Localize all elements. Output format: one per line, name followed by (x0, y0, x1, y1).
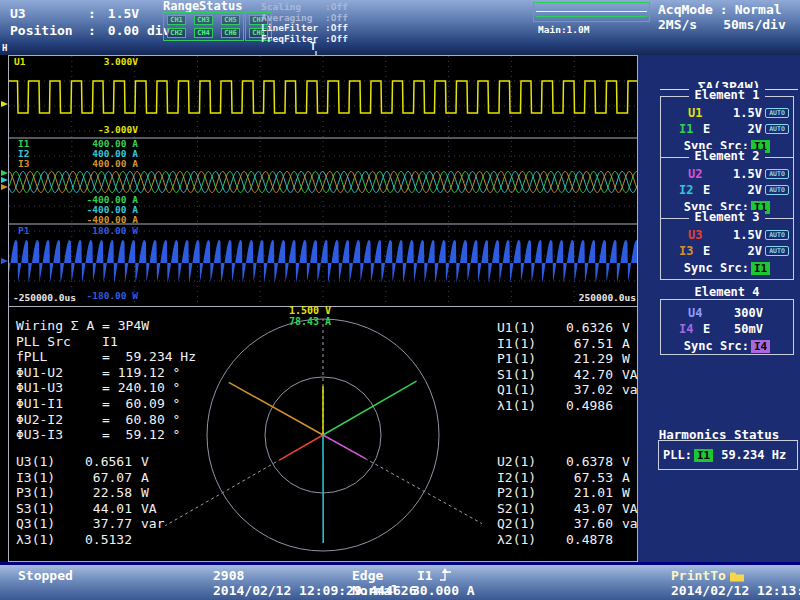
measurement-name: U3(1) (16, 454, 68, 470)
wiring-line: ΦU1-U3 = 240.10 ° (16, 380, 196, 396)
position-label: Position (10, 23, 88, 38)
scale-top-u1: 3.000V (58, 57, 138, 67)
analyzer-screen: U3:1.5V Position:0.00 div RangeStatus CH… (0, 0, 800, 600)
measurement-row: I3(1)67.07A (16, 470, 164, 486)
wiring-line: Wiring Σ A = 3P4W (16, 318, 196, 334)
channel-badge-ch5[interactable]: CH5 (221, 15, 240, 25)
trigger-slope-icon (439, 568, 453, 582)
trigger-type: Edge (352, 569, 383, 583)
range-status-main-group: CH1CH3CH5CH2CH4CH6 (163, 12, 244, 41)
measurement-name: Q1(1) (497, 382, 549, 398)
filter-value: Off (331, 2, 348, 13)
measurement-value: 37.02 (549, 382, 613, 398)
scale-top-i3: 400.00 A (58, 159, 138, 169)
measurement-value: 0.5132 (68, 532, 132, 548)
measurement-unit: VA (141, 501, 157, 517)
element-u-row: U31.5VAUTO (665, 227, 789, 243)
right-panel: ΣA(3P4W) Element 1U11.5VAUTOI1E2VAUTOSyn… (638, 55, 800, 562)
folder-icon[interactable] (729, 570, 745, 582)
measurement-row: λ1(1)0.4986 (497, 398, 645, 414)
element-i-row: I4E50mV (665, 321, 789, 337)
acq-mode-label: AcqMode (658, 2, 713, 17)
i-channel-label: I4 (679, 322, 703, 336)
auto-badge: AUTO (765, 185, 789, 195)
measurement-row: P3(1)22.58W (16, 485, 164, 501)
measurement-unit: V (622, 454, 630, 470)
measurement-name: λ3(1) (16, 532, 68, 548)
sample-rate-readout: 2MS/s50ms/div (658, 17, 786, 32)
i-coupling-label: E (703, 183, 719, 197)
element-box-title-text: Element 3 (689, 210, 764, 224)
element-box-title: Element 1 (661, 89, 793, 102)
measurement-value: 0.6378 (549, 454, 613, 470)
channel-position-marker-i2 (1, 177, 8, 183)
channel-badge-ch2[interactable]: CH2 (167, 28, 186, 38)
measurement-row: U3(1)0.6561V (16, 454, 164, 470)
measurement-row: S3(1)44.01VA (16, 501, 164, 517)
channel-badge-ch3[interactable]: CH3 (194, 15, 213, 25)
range-status-title: RangeStatus (163, 0, 242, 12)
measurement-name: S1(1) (497, 367, 549, 383)
channel-badge-ch6[interactable]: CH6 (221, 28, 240, 38)
measurement-name: P1(1) (497, 351, 549, 367)
sync-src-label: Sync Src: (684, 261, 749, 275)
measurement-row: λ2(1)0.4878 (497, 532, 645, 548)
measurement-name: I1(1) (497, 336, 549, 352)
filter-value: Off (331, 34, 348, 45)
filter-row-scaling: Scaling: Off (261, 2, 348, 13)
pll-frequency: 59.234 Hz (721, 448, 786, 462)
measurement-value: 42.70 (549, 367, 613, 383)
filter-row-linefilter: LineFilter: Off (261, 23, 348, 34)
sample-rate: 2MS/s (658, 17, 697, 32)
colon: : (88, 6, 96, 21)
measurement-name: U2(1) (497, 454, 549, 470)
measurement-name: Q2(1) (497, 516, 549, 532)
measurement-value: 67.07 (68, 470, 132, 486)
channel-position-marker-p1 (1, 258, 8, 264)
channel-label: U3 (10, 6, 88, 21)
horizontal-marker: H (2, 43, 7, 53)
measurement-name: S2(1) (497, 501, 549, 517)
element2-measurement-block: U2(1)0.6378VI2(1)67.53AP2(1)21.01WS2(1)4… (497, 454, 645, 548)
measurement-unit: V (141, 454, 149, 470)
wiring-line: fPLL = 59.234 Hz (16, 349, 196, 365)
trace-label-u1: U1 (14, 57, 25, 67)
trace-label-p1: P1 (18, 226, 29, 236)
measurement-row: I2(1)67.53A (497, 470, 645, 486)
measurement-unit: VA (622, 367, 638, 383)
measurement-value: 0.4878 (549, 532, 613, 548)
i-coupling-label: E (703, 122, 719, 136)
waveform-display (9, 56, 637, 306)
measurement-value: 21.01 (549, 485, 613, 501)
measurement-row: λ3(1)0.5132 (16, 532, 164, 548)
filter-value: Off (331, 23, 348, 34)
wiring-line: ΦU3-I3 = 59.12 ° (16, 427, 196, 443)
i-channel-label: I3 (679, 244, 703, 258)
u-range-value: 1.5V (714, 167, 765, 181)
element1-measurement-block: U1(1)0.6326VI1(1)67.51AP1(1)21.29WS1(1)4… (497, 320, 645, 414)
channel-position-marker-i3 (1, 184, 8, 190)
i-range-value: 2V (719, 183, 765, 197)
measurement-value: 44.01 (68, 501, 132, 517)
channel-badge-ch1[interactable]: CH1 (167, 15, 186, 25)
colon: : (720, 2, 728, 17)
memory-gauge-divider (536, 16, 647, 17)
measurement-value: 22.58 (68, 485, 132, 501)
element-box-title-text: Element 4 (689, 285, 764, 299)
trigger-mode: Normal (352, 584, 399, 598)
auto-badge: AUTO (765, 108, 789, 118)
channel-badge-ch4[interactable]: CH4 (194, 28, 213, 38)
measurement-name: I3(1) (16, 470, 68, 486)
u-range-value: 300V (714, 306, 789, 320)
element-i-row: I2E2VAUTO (665, 182, 789, 198)
i-coupling-label: E (703, 244, 719, 258)
print-to-button[interactable]: PrintTo (671, 569, 726, 583)
clock: 2014/02/12 12:13:02 (671, 584, 800, 598)
element-box-title: Element 4 (661, 286, 793, 299)
element-sync-row: Sync Src:I4 (665, 338, 789, 354)
measurement-row: U1(1)0.6326V (497, 320, 645, 336)
sync-src-badge: I1 (751, 262, 770, 275)
element-i-row: I1E2VAUTO (665, 121, 789, 137)
i-channel-label: I1 (679, 122, 703, 136)
measurement-row: I1(1)67.51A (497, 336, 645, 352)
